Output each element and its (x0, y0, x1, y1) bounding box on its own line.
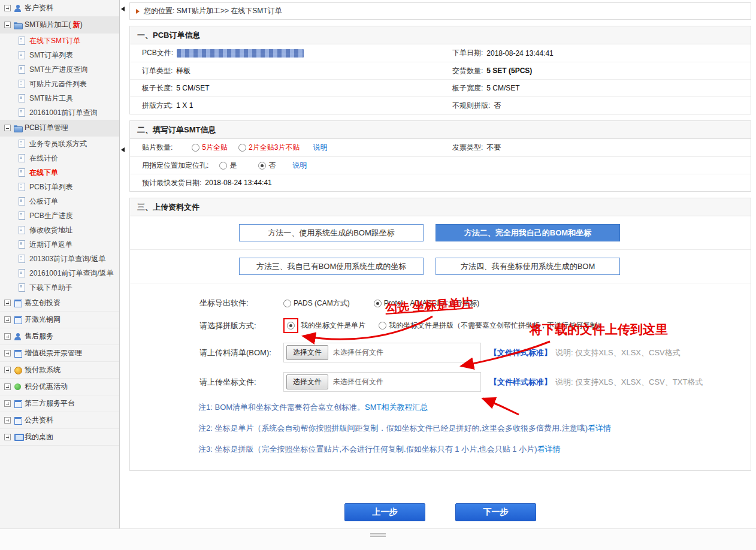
sidebar-subitem-smt-production-progress[interactable]: SMT生产进度查询 (0, 62, 119, 77)
note-prefix: 注3: (198, 445, 213, 454)
sidebar-item-third-party-platform[interactable]: 第三方服务平台 (0, 395, 119, 412)
info-row: 预计最快发货日期: 2018-08-24 13:44:41 (130, 174, 751, 191)
expand-plus-icon[interactable] (4, 367, 11, 373)
radio-checked-icon[interactable] (258, 162, 266, 170)
window-icon (14, 299, 22, 307)
coord-style-standard-link[interactable]: 【文件样式标准】 (489, 377, 552, 388)
method-4-button[interactable]: 方法四、我有坐标使用系统生成的BOM (436, 258, 620, 275)
sidebar-subitem-online-quote[interactable]: 在线计价 (0, 151, 119, 165)
expand-plus-icon[interactable] (4, 383, 11, 390)
mount-qty-option-2of5[interactable]: 2片全贴3片不贴 (238, 143, 300, 153)
sidebar-item-my-desktop[interactable]: 我的桌面 (0, 429, 119, 446)
expand-plus-icon[interactable] (4, 316, 11, 323)
bom-file-input[interactable]: 选择文件 未选择任何文件 (283, 343, 481, 362)
expand-plus-icon[interactable] (4, 333, 11, 340)
collapse-minus-icon[interactable] (4, 125, 11, 131)
sidebar-collapse-arrow[interactable] (121, 147, 125, 152)
methods-row-1: 方法一、使用系统生成的BOM跟坐标 方法二、完全用我自己的BOM和坐标 (130, 216, 751, 250)
sidebar-subitem-modify-shipping-address[interactable]: 修改收货地址 (0, 223, 119, 237)
sidebar-item-pcb-order-management[interactable]: PCB订单管理 (0, 120, 119, 137)
panel-option-single[interactable]: 我的坐标文件是单片 (301, 321, 365, 331)
pcb-info-section: 一、PCB订单信息 PCB文件: 下单日期: 2018-08-24 13:44:… (129, 26, 751, 114)
sidebar-subitem-mountable-components[interactable]: 可贴片元器件列表 (0, 77, 119, 91)
expand-plus-icon[interactable] (4, 434, 11, 440)
bom-choose-file-button[interactable]: 选择文件 (286, 345, 328, 360)
expand-plus-icon[interactable] (4, 417, 11, 424)
sidebar-item-laser-stencil[interactable]: 开激光钢网 (0, 312, 119, 328)
sidebar-subitem-download-order-helper[interactable]: 下载下单助手 (0, 280, 119, 295)
sidebar-item-after-sales[interactable]: 售后服务 (0, 328, 119, 345)
document-icon (18, 226, 26, 234)
sidebar-subitem-online-smt-order[interactable]: 在线下SMT订单 (0, 34, 119, 48)
delivery-qty-label: 交货数量: (452, 66, 483, 76)
sidebar-item-jlc-investment[interactable]: 嘉立创投资 (0, 295, 119, 312)
order-date-value: 2018-08-24 13:44:41 (486, 49, 553, 58)
sidebar-item-smt-processing[interactable]: SMT贴片加工( 新) (0, 17, 119, 34)
sidebar-collapse-arrow[interactable] (121, 7, 125, 11)
sidebar-subitem-label: SMT贴片工具 (29, 94, 73, 102)
mount-qty-help-link[interactable]: 说明 (313, 143, 327, 153)
hole-option-yes[interactable]: 是 (219, 161, 237, 171)
expand-plus-icon[interactable] (4, 5, 11, 11)
sidebar-item-label: 第三方服务平台 (25, 398, 75, 409)
sidebar-item-public-resources[interactable]: 公共资料 (0, 412, 119, 429)
collapse-minus-icon[interactable] (4, 22, 11, 28)
option-label: 我的坐标文件是单片 (301, 321, 365, 331)
order-date-cell: 下单日期: 2018-08-24 13:44:41 (440, 48, 751, 58)
sidebar-subitem-pre-20161001-orders-pcb[interactable]: 20161001前订单查询/返单 (0, 266, 119, 280)
sidebar-item-vat-invoice[interactable]: 增值税票开票管理 (0, 345, 119, 362)
board-length-cell: 板子长度: 5 CM/SET (130, 83, 440, 93)
document-icon (18, 94, 26, 102)
sidebar-subitem-recent-reorder[interactable]: 近期订单返单 (0, 237, 119, 252)
sidebar-subitem-pre-20161001-orders[interactable]: 20161001前订单查询 (0, 105, 119, 120)
hole-option-no[interactable]: 否 (258, 161, 276, 171)
method-1-button[interactable]: 方法一、使用系统生成的BOM跟坐标 (239, 224, 424, 241)
bom-upload-label: 请上传料清单(BOM): (199, 347, 283, 358)
invoice-label: 发票类型: (452, 143, 483, 153)
info-row: 订单类型: 样板 交货数量: 5 SET (5PCS) (130, 62, 751, 79)
method-3-button[interactable]: 方法三、我自已有BOM使用系统生成的坐标 (239, 258, 424, 275)
note3-details-link[interactable]: 看详情 (537, 445, 561, 454)
bom-style-standard-link[interactable]: 【文件样式标准】 (489, 347, 552, 358)
smt-info-section: 二、填写订单SMT信息 贴片数量: 5片全贴 2片全贴3片不贴 说明 发票类型:… (129, 120, 751, 192)
pcb-file-label: PCB文件: (142, 48, 173, 58)
radio-icon[interactable] (192, 144, 199, 152)
radio-checked-icon[interactable] (287, 322, 295, 330)
sidebar-subitem-public-board-order[interactable]: 公板订单 (0, 194, 119, 208)
sidebar-subitem-smt-order-list[interactable]: SMT订单列表 (0, 48, 119, 62)
radio-icon[interactable] (219, 162, 227, 170)
window-icon (14, 416, 22, 424)
expand-plus-icon[interactable] (4, 400, 11, 407)
folder-icon (14, 21, 22, 29)
sidebar-subitem-sales-contact[interactable]: 业务专员联系方式 (0, 137, 119, 151)
sidebar-subitem-pcb-order-list[interactable]: PCB订单列表 (0, 180, 119, 194)
coord-choose-file-button[interactable]: 选择文件 (286, 374, 328, 389)
sidebar-subitem-online-order[interactable]: 在线下单 (0, 165, 119, 180)
sidebar-subitem-pcb-production-progress[interactable]: PCB生产进度 (0, 208, 119, 223)
sidebar-item-customer-info[interactable]: 客户资料 (0, 0, 119, 17)
expand-plus-icon[interactable] (4, 350, 11, 356)
radio-icon[interactable] (379, 322, 386, 330)
sidebar-subitem-pre-201303-orders[interactable]: 201303前订单查询/返单 (0, 252, 119, 266)
sidebar-subitem-label: SMT订单列表 (29, 51, 73, 59)
radio-icon[interactable] (238, 144, 246, 152)
sidebar-subitem-smt-tools[interactable]: SMT贴片工具 (0, 91, 119, 105)
resize-handle[interactable] (370, 532, 386, 538)
note2-details-link[interactable]: 看详情 (588, 424, 611, 433)
sidebar-item-points-activity[interactable]: 积分优惠活动 (0, 379, 119, 395)
sidebar-item-prepayment[interactable]: 预付款系统 (0, 362, 119, 379)
green-ball-icon (14, 383, 22, 391)
hole-help-link[interactable]: 说明 (292, 161, 307, 171)
method-2-button[interactable]: 方法二、完全用我自己的BOM和坐标 (436, 224, 620, 241)
mount-qty-option-all5[interactable]: 5片全贴 (192, 143, 228, 153)
radio-icon[interactable] (283, 300, 291, 307)
coord-software-option-pads[interactable]: PADS (CAM方式) (283, 298, 350, 309)
expand-plus-icon[interactable] (4, 300, 11, 306)
previous-step-button[interactable]: 上一步 (344, 503, 425, 521)
smt-tutorials-link[interactable]: SMT相关教程汇总 (365, 403, 428, 412)
document-icon (18, 211, 26, 219)
next-step-button[interactable]: 下一步 (455, 503, 536, 521)
smt-info-title: 二、填写订单SMT信息 (130, 121, 751, 139)
radio-checked-icon[interactable] (374, 300, 382, 307)
coord-file-input[interactable]: 选择文件 未选择任何文件 (283, 372, 481, 392)
